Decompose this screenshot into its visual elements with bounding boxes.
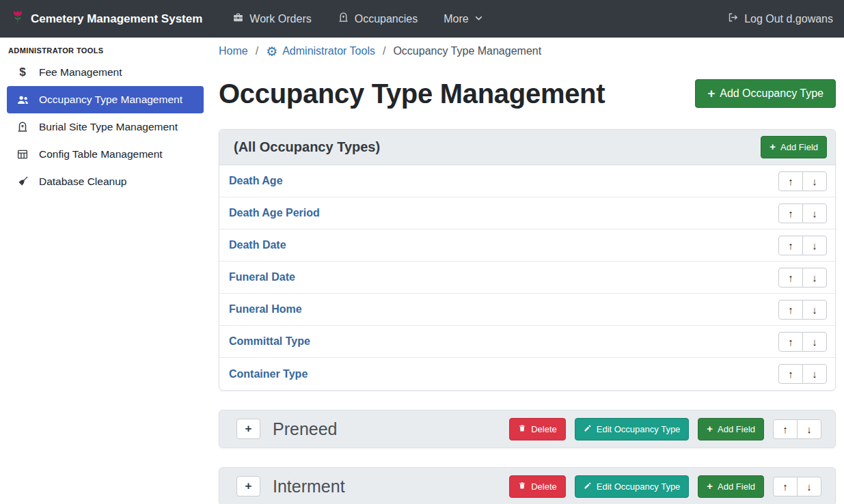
plus-icon: + (770, 142, 776, 152)
reorder-group: ↑ ↓ (778, 268, 827, 288)
all-occupancy-types-card: (All Occupancy Types) + Add Field Death … (219, 129, 836, 391)
move-down-button[interactable]: ↓ (802, 364, 827, 384)
sidebar-item-occupancy-type-management[interactable]: Occupancy Type Management (7, 86, 204, 113)
field-row: Death Date ↑ ↓ (219, 229, 835, 262)
nav-more[interactable]: More (444, 13, 482, 25)
nav-occupancies[interactable]: Occupancies (338, 12, 418, 26)
section-actions: Delete Edit Occupancy Type + Add Field ↑ (509, 475, 821, 498)
sidebar-item-label: Database Cleanup (39, 176, 126, 188)
reorder-group: ↑ ↓ (778, 364, 827, 384)
move-down-button[interactable]: ↓ (802, 332, 827, 352)
reorder-group: ↑ ↓ (778, 204, 827, 223)
field-link-funeral-home[interactable]: Funeral Home (229, 303, 302, 316)
field-row: Funeral Date ↑ ↓ (219, 262, 835, 294)
table-icon (15, 148, 30, 160)
move-down-button[interactable]: ↓ (802, 300, 827, 320)
move-down-button[interactable]: ↓ (797, 477, 821, 496)
section-actions: Delete Edit Occupancy Type + Add Field ↑ (509, 418, 821, 440)
logout-label: Log Out d.gowans (744, 13, 833, 25)
move-down-button[interactable]: ↓ (802, 171, 827, 191)
card-title: (All Occupancy Types) (234, 139, 380, 155)
field-link-funeral-date[interactable]: Funeral Date (229, 271, 295, 283)
trash-icon (518, 481, 526, 492)
sidebar-item-fee-management[interactable]: $ Fee Management (7, 59, 204, 86)
move-up-button[interactable]: ↑ (773, 477, 798, 496)
all-occupancy-types-header: (All Occupancy Types) + Add Field (219, 130, 835, 165)
add-field-button[interactable]: + Add Field (698, 475, 764, 498)
sidebar: ADMINISTRATOR TOOLS $ Fee Management Occ… (0, 38, 210, 504)
field-link-committal-type[interactable]: Committal Type (229, 335, 310, 348)
sidebar-item-database-cleanup[interactable]: Database Cleanup (7, 168, 204, 195)
edit-occupancy-type-button[interactable]: Edit Occupancy Type (575, 418, 690, 440)
tulip-logo-icon (11, 9, 25, 29)
breadcrumb-home-link[interactable]: Home (219, 43, 248, 59)
page-title: Occupancy Type Management (219, 74, 605, 113)
delete-button[interactable]: Delete (509, 475, 566, 498)
app-brand-label: Cemetery Management System (31, 12, 202, 26)
sidebar-item-label: Config Table Management (39, 148, 163, 160)
main-content: Home / ⚙ Administrator Tools / Occupancy… (210, 38, 844, 504)
pencil-icon (584, 481, 592, 492)
field-row: Committal Type ↑ ↓ (219, 326, 835, 358)
title-row: Occupancy Type Management + Add Occupanc… (219, 74, 836, 113)
move-up-button[interactable]: ↑ (778, 364, 803, 384)
pencil-icon (584, 424, 592, 434)
breadcrumb: Home / ⚙ Administrator Tools / Occupancy… (219, 43, 836, 59)
field-link-death-age[interactable]: Death Age (229, 175, 283, 187)
move-down-button[interactable]: ↓ (802, 204, 827, 223)
move-up-button[interactable]: ↑ (778, 268, 803, 288)
edit-occupancy-type-button[interactable]: Edit Occupancy Type (575, 475, 690, 498)
nav-work-orders[interactable]: Work Orders (232, 12, 311, 26)
expand-button[interactable]: + (236, 476, 260, 496)
reorder-group: ↑ ↓ (778, 171, 827, 191)
move-up-button[interactable]: ↑ (778, 332, 803, 352)
reorder-group: ↑ ↓ (778, 236, 827, 255)
gear-icon: ⚙ (266, 45, 277, 58)
trash-icon (518, 424, 526, 434)
top-navbar: Cemetery Management System Work Orders O… (0, 0, 844, 38)
sidebar-item-burial-site-type-management[interactable]: Burial Site Type Management (7, 113, 204, 141)
field-link-death-age-period[interactable]: Death Age Period (229, 207, 320, 219)
sidebar-item-label: Fee Management (39, 66, 122, 79)
broom-icon (15, 176, 30, 188)
add-field-button[interactable]: + Add Field (698, 418, 764, 440)
reorder-group: ↑ ↓ (773, 477, 821, 496)
users-icon (15, 94, 30, 107)
nav-more-label: More (444, 13, 468, 25)
sidebar-item-label: Occupancy Type Management (39, 94, 182, 106)
breadcrumb-current: Occupancy Type Management (393, 43, 541, 59)
field-row: Death Age ↑ ↓ (219, 165, 835, 197)
move-up-button[interactable]: ↑ (778, 300, 803, 320)
move-up-button[interactable]: ↑ (778, 171, 803, 191)
nav-right: Log Out d.gowans (727, 12, 833, 26)
move-down-button[interactable]: ↓ (802, 236, 827, 255)
dollar-icon: $ (15, 66, 30, 79)
app-brand-link[interactable]: Cemetery Management System (11, 9, 202, 29)
field-row: Container Type ↑ ↓ (219, 358, 835, 390)
plus-icon: + (707, 424, 713, 434)
add-field-button[interactable]: + Add Field (761, 136, 827, 158)
move-up-button[interactable]: ↑ (773, 419, 798, 439)
section-interment: + Interment Delete (219, 467, 836, 504)
field-link-death-date[interactable]: Death Date (229, 239, 286, 251)
move-down-button[interactable]: ↓ (802, 268, 827, 288)
tombstone-icon (338, 12, 349, 26)
plus-icon: + (707, 87, 715, 100)
breadcrumb-admin-tools-link[interactable]: ⚙ Administrator Tools (266, 43, 375, 59)
nav-occupancies-label: Occupancies (355, 13, 418, 25)
move-up-button[interactable]: ↑ (778, 236, 803, 255)
field-row: Funeral Home ↑ ↓ (219, 294, 835, 326)
field-link-container-type[interactable]: Container Type (229, 368, 308, 380)
move-up-button[interactable]: ↑ (778, 204, 803, 223)
breadcrumb-separator: / (256, 43, 258, 59)
section-title: Preneed (273, 419, 338, 439)
add-occupancy-type-button[interactable]: + Add Occupancy Type (695, 79, 836, 108)
sidebar-item-config-table-management[interactable]: Config Table Management (7, 141, 204, 168)
reorder-group: ↑ ↓ (778, 300, 827, 320)
move-down-button[interactable]: ↓ (797, 419, 821, 439)
tombstone-icon (15, 121, 30, 133)
logout-link[interactable]: Log Out d.gowans (727, 12, 833, 26)
delete-button[interactable]: Delete (509, 418, 566, 440)
expand-button[interactable]: + (236, 419, 260, 439)
section-preneed: + Preneed Delete (219, 410, 836, 448)
